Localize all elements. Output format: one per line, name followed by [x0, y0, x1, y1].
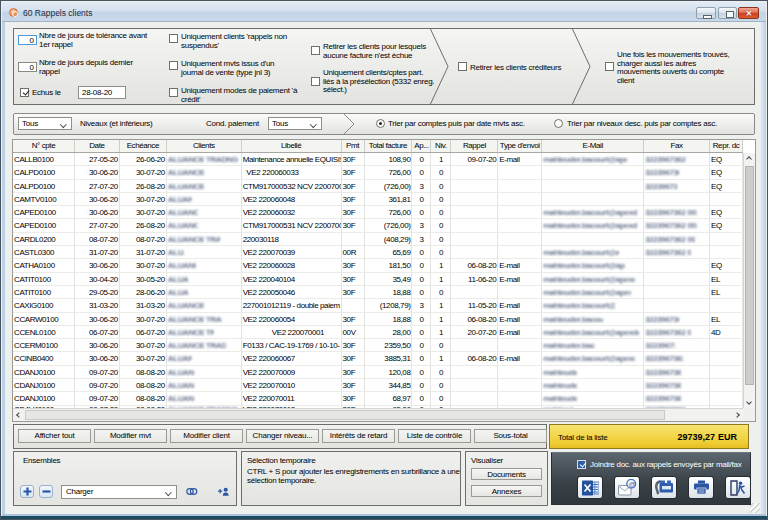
svg-text:@: @	[628, 480, 636, 489]
